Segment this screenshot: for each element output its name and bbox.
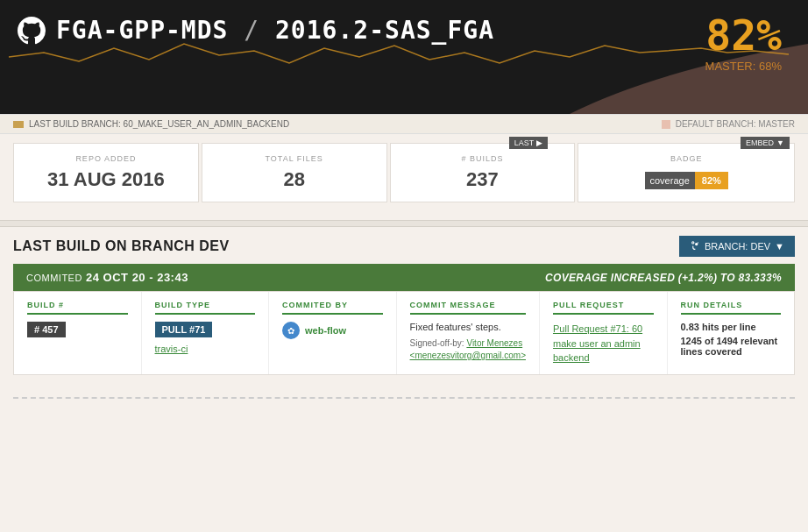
committed-by-col: COMMITED BY ✿ web-flow (269, 292, 397, 374)
last-build-section: LAST BUILD ON BRANCH DEV BRANCH: DEV ▼ C… (0, 227, 808, 388)
run-details-col: RUN DETAILS 0.83 hits per line 1245 of 1… (668, 292, 795, 374)
coverage-badge: coverage 82% (645, 172, 728, 189)
signed-off-text: Signed-off-by: Vitor Menezes<menezesvito… (410, 337, 526, 362)
build-number-badge[interactable]: # 457 (27, 322, 66, 337)
signed-off-link[interactable]: Vitor Menezes<menezesvitorg@gmail.com> (410, 338, 526, 360)
badge-label: BADGE (592, 154, 781, 163)
commit-message-header: COMMIT MESSAGE (410, 301, 526, 315)
last-build-title: LAST BUILD ON BRANCH DEV (13, 238, 230, 254)
stats-section: REPO ADDED 31 AUG 2016 TOTAL FILES 28 LA… (0, 134, 808, 220)
header-section: FGA-GPP-MDS / 2016.2-SAS_FGA 82% MASTER:… (0, 0, 808, 114)
committer-name[interactable]: web-flow (305, 325, 346, 336)
run-details-header: RUN DETAILS (681, 301, 782, 315)
header-title-row: FGA-GPP-MDS / 2016.2-SAS_FGA (18, 16, 790, 45)
branch-button-label: BRANCH: DEV (705, 241, 770, 252)
last-build-branch-label: LAST BUILD BRANCH: 60_MAKE_USER_AN_ADMIN… (29, 119, 289, 129)
master-coverage-percent: MASTER: 68% (705, 60, 782, 73)
hits-per-line-value: 0.83 hits per line (681, 322, 756, 332)
repo-full-name: FGA-GPP-MDS / 2016.2-SAS_FGA (56, 16, 494, 45)
branch-dropdown-icon: ▼ (775, 241, 784, 252)
commit-label: COMMITED (26, 273, 82, 283)
default-branch: DEFAULT BRANCH: MASTER (662, 119, 795, 129)
last-arrow-icon: ▶ (536, 138, 542, 147)
build-type-badge[interactable]: PULL #71 (155, 322, 213, 337)
lines-covered-value: 1245 of 1494 relevant lines covered (681, 336, 778, 357)
branch-icon (13, 121, 24, 128)
github-icon (18, 17, 46, 45)
last-build-branch: LAST BUILD BRANCH: 60_MAKE_USER_AN_ADMIN… (13, 119, 289, 129)
last-badge[interactable]: LAST ▶ (509, 137, 549, 149)
pull-request-link[interactable]: Pull Request #71: 60 make user an admin … (553, 323, 642, 363)
coverage-increase-text: COVERAGE INCREASED (+1.2%) TO 83.333% (545, 272, 782, 284)
bottom-border (13, 397, 795, 399)
coverage-badge-text: coverage (645, 172, 695, 189)
coverage-percent-large: 82% (705, 11, 782, 60)
stat-card-badge: EMBED ▼ BADGE coverage 82% (578, 143, 795, 202)
pull-request-col: PULL REQUEST Pull Request #71: 60 make u… (540, 292, 668, 374)
build-type-col: BUILD TYPE PULL #71 travis-ci (142, 292, 270, 374)
total-files-label: TOTAL FILES (216, 154, 373, 163)
embed-badge[interactable]: EMBED ▼ (741, 137, 790, 149)
stat-card-repo-added: REPO ADDED 31 AUG 2016 (13, 143, 199, 202)
branch-bar: LAST BUILD BRANCH: 60_MAKE_USER_AN_ADMIN… (0, 114, 808, 134)
last-build-title-row: LAST BUILD ON BRANCH DEV BRANCH: DEV ▼ (13, 236, 795, 257)
commit-header: COMMITED 24 OCT 20 - 23:43 COVERAGE INCR… (13, 264, 795, 291)
coverage-badge-value: 82% (695, 172, 728, 189)
committer-row: ✿ web-flow (282, 322, 383, 339)
stat-card-total-files: TOTAL FILES 28 (202, 143, 387, 202)
commit-message-col: COMMIT MESSAGE Fixed features' steps. Si… (397, 292, 540, 374)
lines-covered: 1245 of 1494 relevant lines covered (681, 336, 782, 357)
builds-value: 237 (404, 168, 562, 191)
pull-request-text: Pull Request #71: 60 make user an admin … (553, 322, 654, 365)
embed-button-label: EMBED (746, 138, 774, 147)
build-details: BUILD # # 457 BUILD TYPE PULL #71 travis… (13, 291, 795, 375)
slash: / (244, 16, 275, 45)
hits-per-line: 0.83 hits per line (681, 322, 782, 332)
travis-ci-link[interactable]: travis-ci (155, 344, 188, 354)
commit-datetime: 24 OCT 20 - 23:43 (86, 271, 188, 284)
build-type-header: BUILD TYPE (155, 301, 256, 315)
build-number-col: BUILD # # 457 (14, 292, 142, 374)
pull-request-header: PULL REQUEST (553, 301, 654, 315)
repo-added-label: REPO ADDED (27, 154, 185, 163)
builds-label: # BUILDS (404, 154, 562, 163)
committer-avatar: ✿ (282, 322, 300, 339)
embed-arrow-icon: ▼ (776, 138, 784, 147)
commit-date: COMMITED 24 OCT 20 - 23:43 (26, 271, 188, 284)
branch-button-icon (690, 241, 700, 252)
commit-message-text: Fixed features' steps. (410, 322, 526, 332)
section-divider (0, 220, 808, 227)
stat-card-builds: LAST ▶ # BUILDS 237 (390, 143, 576, 202)
default-branch-label: DEFAULT BRANCH: MASTER (676, 119, 795, 129)
branch-button[interactable]: BRANCH: DEV ▼ (679, 236, 795, 257)
repo-owner: FGA-GPP-MDS (56, 16, 228, 45)
committed-by-header: COMMITED BY (282, 301, 383, 315)
default-branch-dot (662, 120, 670, 129)
total-files-value: 28 (216, 168, 373, 191)
last-button-label: LAST (514, 138, 535, 147)
repo-added-value: 31 AUG 2016 (27, 168, 185, 191)
build-number-header: BUILD # (27, 301, 128, 315)
repo-name: 2016.2-SAS_FGA (275, 16, 494, 45)
